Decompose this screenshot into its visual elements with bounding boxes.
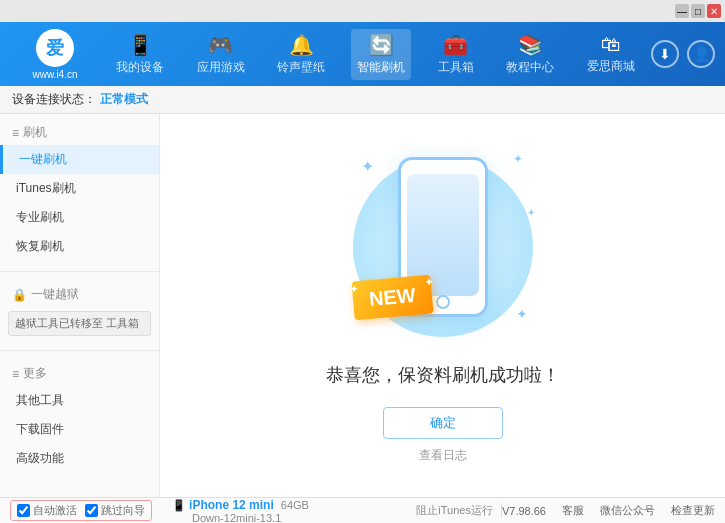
tutorials-icon: 📚	[518, 33, 543, 57]
more-section-label: 更多	[23, 365, 47, 382]
device-name: iPhone 12 mini	[189, 498, 274, 512]
nav-items: 📱 我的设备 🎮 应用游戏 🔔 铃声壁纸 🔄 智能刷机 🧰 工具箱 📚 教程中心…	[100, 29, 651, 80]
nav-toolbox[interactable]: 🧰 工具箱	[432, 29, 480, 80]
sidebar-item-pro-flash[interactable]: 专业刷机	[0, 203, 159, 232]
restore-flash-label: 恢复刷机	[16, 238, 64, 255]
skip-guide-input[interactable]	[85, 504, 98, 517]
success-message: 恭喜您，保资料刷机成功啦！	[326, 363, 560, 387]
download-button[interactable]: ⬇	[651, 40, 679, 68]
ringtones-icon: 🔔	[289, 33, 314, 57]
phone-home-btn	[436, 295, 450, 309]
device-info: 📱 iPhone 12 mini 64GB Down-12mini-13.1	[172, 498, 309, 524]
other-tools-label: 其他工具	[16, 392, 64, 409]
sidebar-item-one-key-flash[interactable]: 一键刷机	[0, 145, 159, 174]
nav-mall[interactable]: 🛍 爱思商城	[581, 29, 641, 79]
nav-toolbox-label: 工具箱	[438, 59, 474, 76]
sidebar-divider-2	[0, 350, 159, 351]
content-area: NEW ✦ ✦ ✦ ✦ 恭喜您，保资料刷机成功啦！ 确定 查看日志	[160, 114, 725, 497]
sidebar-item-itunes-flash[interactable]: iTunes刷机	[0, 174, 159, 203]
advanced-label: 高级功能	[16, 450, 64, 467]
nav-right-buttons: ⬇ 👤	[651, 40, 715, 68]
pro-flash-label: 专业刷机	[16, 209, 64, 226]
itunes-notice: 阻止iTunes运行	[408, 503, 502, 518]
bottom-bar: 自动激活 跳过向导 📱 iPhone 12 mini 64GB Down-12m…	[0, 497, 725, 523]
nav-my-device[interactable]: 📱 我的设备	[110, 29, 170, 80]
jailbreak-locked-notice: 越狱工具已转移至 工具箱	[8, 311, 151, 336]
auto-launch-checkbox[interactable]: 自动激活	[17, 503, 77, 518]
flash-section-icon: ≡	[12, 126, 19, 140]
nav-tutorials-label: 教程中心	[506, 59, 554, 76]
user-button[interactable]: 👤	[687, 40, 715, 68]
sidebar-divider-1	[0, 271, 159, 272]
window-controls: — □ ✕	[675, 4, 721, 18]
device-model: Down-12mini-13.1	[192, 512, 281, 524]
my-device-icon: 📱	[128, 33, 153, 57]
minimize-button[interactable]: —	[675, 4, 689, 18]
sidebar-item-advanced[interactable]: 高级功能	[0, 444, 159, 473]
secondary-link[interactable]: 查看日志	[419, 447, 467, 464]
nav-tutorials[interactable]: 📚 教程中心	[500, 29, 560, 80]
skip-guide-checkbox[interactable]: 跳过向导	[85, 503, 145, 518]
nav-my-device-label: 我的设备	[116, 59, 164, 76]
more-section-icon: ≡	[12, 367, 19, 381]
sidebar-section-more: ≡ 更多 其他工具 下载固件 高级功能	[0, 355, 159, 479]
lock-icon: 🔒	[12, 288, 27, 302]
main-layout: ≡ 刷机 一键刷机 iTunes刷机 专业刷机 恢复刷机 🔒 一键越狱	[0, 114, 725, 497]
logo-url: www.i4.cn	[32, 69, 77, 80]
logo-area: 爱 www.i4.cn	[10, 29, 100, 80]
itunes-notice-text: 阻止iTunes运行	[416, 503, 493, 518]
maximize-button[interactable]: □	[691, 4, 705, 18]
auto-launch-label: 自动激活	[33, 503, 77, 518]
bottom-right: V7.98.66 客服 微信公众号 检查更新	[502, 503, 715, 518]
title-bar: — □ ✕	[0, 0, 725, 22]
check-update-link[interactable]: 检查更新	[671, 503, 715, 518]
status-value: 正常模式	[100, 91, 148, 108]
nav-ringtones-label: 铃声壁纸	[277, 59, 325, 76]
close-button[interactable]: ✕	[707, 4, 721, 18]
sidebar-item-restore-flash[interactable]: 恢复刷机	[0, 232, 159, 261]
nav-ringtones[interactable]: 🔔 铃声壁纸	[271, 29, 331, 80]
jailbreak-notice-text: 越狱工具已转移至 工具箱	[15, 317, 139, 329]
star-1: ✦	[361, 157, 374, 176]
device-icon: 📱	[172, 499, 186, 511]
auto-launch-input[interactable]	[17, 504, 30, 517]
sidebar: ≡ 刷机 一键刷机 iTunes刷机 专业刷机 恢复刷机 🔒 一键越狱	[0, 114, 160, 497]
success-illustration: NEW ✦ ✦ ✦ ✦	[343, 147, 543, 347]
nav-apps-games[interactable]: 🎮 应用游戏	[191, 29, 251, 80]
nav-smart-flash[interactable]: 🔄 智能刷机	[351, 29, 411, 80]
header: 爱 www.i4.cn 📱 我的设备 🎮 应用游戏 🔔 铃声壁纸 🔄 智能刷机 …	[0, 22, 725, 86]
star-3: ✦	[516, 306, 528, 322]
logo-icon: 爱	[36, 29, 74, 67]
wechat-link[interactable]: 微信公众号	[600, 503, 655, 518]
itunes-flash-label: iTunes刷机	[16, 180, 76, 197]
sidebar-header-jailbreak: 🔒 一键越狱	[0, 282, 159, 307]
sidebar-item-other-tools[interactable]: 其他工具	[0, 386, 159, 415]
one-key-flash-label: 一键刷机	[19, 151, 67, 168]
sidebar-header-more: ≡ 更多	[0, 361, 159, 386]
customer-service-link[interactable]: 客服	[562, 503, 584, 518]
star-2: ✦	[513, 152, 523, 166]
device-storage: 64GB	[281, 499, 309, 511]
smart-flash-icon: 🔄	[369, 33, 394, 57]
nav-mall-label: 爱思商城	[587, 58, 635, 75]
toolbox-icon: 🧰	[443, 33, 468, 57]
nav-smart-flash-label: 智能刷机	[357, 59, 405, 76]
jailbreak-section-label: 一键越狱	[31, 286, 79, 303]
confirm-button[interactable]: 确定	[383, 407, 503, 439]
sidebar-item-download-fw[interactable]: 下载固件	[0, 415, 159, 444]
status-label: 设备连接状态：	[12, 91, 96, 108]
nav-apps-games-label: 应用游戏	[197, 59, 245, 76]
status-bar: 设备连接状态： 正常模式	[0, 86, 725, 114]
sidebar-header-flash: ≡ 刷机	[0, 120, 159, 145]
star-4: ✦	[527, 207, 535, 218]
sidebar-section-flash: ≡ 刷机 一键刷机 iTunes刷机 专业刷机 恢复刷机	[0, 114, 159, 267]
mall-icon: 🛍	[601, 33, 621, 56]
sidebar-section-jailbreak: 🔒 一键越狱 越狱工具已转移至 工具箱	[0, 276, 159, 346]
flash-section-label: 刷机	[23, 124, 47, 141]
apps-games-icon: 🎮	[208, 33, 233, 57]
bottom-left: 自动激活 跳过向导 📱 iPhone 12 mini 64GB Down-12m…	[10, 498, 408, 524]
skip-guide-label: 跳过向导	[101, 503, 145, 518]
version-label: V7.98.66	[502, 505, 546, 517]
download-fw-label: 下载固件	[16, 421, 64, 438]
new-badge: NEW	[351, 275, 433, 321]
